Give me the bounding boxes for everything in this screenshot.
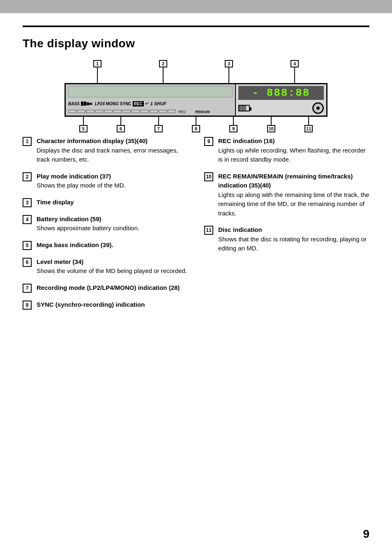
level-seg-11 [159, 110, 167, 113]
callout-num-2: 2 [159, 60, 167, 67]
battery-fill [239, 106, 246, 111]
callout-line-11 [308, 117, 309, 125]
level-seg-4 [95, 110, 104, 113]
desc-item-7: 7 Recording mode (LP2/LP4/MONO) indicati… [23, 283, 188, 293]
desc-text-6: Level meter (34) Shows the volume of the… [37, 257, 187, 276]
desc-body-9: Lights up while recording. When flashing… [218, 147, 366, 163]
desc-body-6: Shows the volume of the MD being played … [37, 267, 187, 274]
desc-text-9: REC indication (16) Lights up while reco… [218, 137, 369, 164]
disc-circle-icon [312, 102, 324, 114]
desc-num-1: 1 [23, 137, 32, 146]
callout-line-5 [83, 117, 84, 125]
desc-title-2: Play mode indication (37) [37, 173, 111, 180]
callout-7-bottom: 7 [154, 117, 163, 132]
desc-body-10: Lights up along with the remaining time … [218, 191, 369, 217]
desc-body-4: Shows approximate battery condition. [37, 224, 139, 231]
callout-num-6: 6 [117, 125, 125, 132]
disc-inner [316, 106, 320, 110]
sync-label: SYNC [120, 102, 131, 106]
battery-disc-row [238, 102, 324, 114]
desc-text-10: REC REMAIN/REMAIN (remaining time/tracks… [218, 172, 369, 218]
callout-line-2 [163, 67, 164, 83]
desc-num-9: 9 [204, 137, 213, 146]
desc-title-4: Battery indication (59) [37, 215, 101, 222]
callout-num-8: 8 [192, 125, 200, 132]
desc-title-6: Level meter (34) [37, 258, 83, 265]
bass-label: BASS [68, 102, 80, 106]
callout-2-top: 2 [159, 60, 167, 83]
callout-8-bottom: 8 [192, 117, 200, 132]
display-diagram: 1 2 3 4 [56, 60, 336, 132]
callout-num-9: 9 [229, 125, 238, 132]
desc-title-9: REC indication (16) [218, 137, 275, 144]
desc-item-1: 1 Character information display (35)(40)… [23, 137, 188, 164]
callout-line-4 [294, 67, 295, 83]
callout-num-10: 10 [267, 125, 275, 132]
desc-num-3: 3 [23, 198, 32, 207]
desc-item-11: 11 Disc indication Shows that the disc i… [204, 225, 369, 253]
arrow-label: ↵ [145, 101, 149, 106]
battery-icon [238, 105, 250, 111]
desc-body-1: Displays the disc and track names, error… [37, 147, 178, 163]
desc-num-5: 5 [23, 241, 32, 250]
display-bottom-row: BASS LP24 MONO SYNC REC ↵ 1 SHUF [68, 101, 233, 106]
description-section: 1 Character information display (35)(40)… [23, 137, 369, 317]
desc-num-4: 4 [23, 215, 32, 224]
desc-text-7: Recording mode (LP2/LP4/MONO) indication… [37, 283, 180, 293]
display-right-section: - 888:88 [236, 84, 326, 116]
level-seg-12 [168, 110, 176, 113]
page-title: The display window [23, 37, 369, 50]
desc-item-8: 8 SYNC (synchro-recording) indication [23, 300, 188, 310]
desc-title-5: Mega bass indication (39). [37, 241, 113, 248]
bass-bars [81, 102, 92, 106]
callout-6-bottom: 6 [117, 117, 125, 132]
top-bar [0, 0, 392, 13]
display-left-section: BASS LP24 MONO SYNC REC ↵ 1 SHUF [66, 84, 236, 116]
callout-line-3 [228, 67, 229, 83]
desc-item-6: 6 Level meter (34) Shows the volume of t… [23, 257, 188, 276]
desc-item-5: 5 Mega bass indication (39). [23, 241, 188, 250]
desc-text-5: Mega bass indication (39). [37, 241, 113, 250]
desc-item-3: 3 Time display [23, 198, 188, 207]
bass-bar-2 [84, 102, 86, 106]
desc-text-8: SYNC (synchro-recording) indication [37, 300, 145, 310]
desc-num-7: 7 [23, 284, 32, 293]
desc-title-10: REC REMAIN/REMAIN (remaining time/tracks… [218, 173, 353, 189]
rec-small: REC [178, 110, 186, 114]
desc-num-11: 11 [204, 226, 213, 235]
level-seg-1 [68, 110, 76, 113]
callout-num-11: 11 [304, 125, 313, 132]
desc-title-8: SYNC (synchro-recording) indication [37, 301, 145, 308]
time-display: - 888:88 [238, 86, 324, 100]
level-seg-8 [131, 110, 140, 113]
desc-num-2: 2 [23, 172, 32, 181]
callout-line-10 [271, 117, 272, 125]
callout-num-7: 7 [154, 125, 163, 132]
callout-line-8 [196, 117, 196, 125]
desc-item-10: 10 REC REMAIN/REMAIN (remaining time/tra… [204, 172, 369, 218]
desc-item-4: 4 Battery indication (59) Shows approxim… [23, 215, 188, 233]
callout-num-3: 3 [225, 60, 233, 67]
callout-4-top: 4 [291, 60, 299, 83]
page-number: 9 [363, 528, 369, 541]
desc-title-3: Time display [37, 199, 74, 206]
callout-num-4: 4 [291, 60, 299, 67]
callout-10-bottom: 10 [267, 117, 275, 132]
rec-button-label: REC [133, 101, 144, 106]
callout-5-bottom: 5 [79, 117, 88, 132]
mono-label: MONO [106, 102, 119, 106]
remain-label: REMAIN [195, 110, 210, 114]
right-description-col: 9 REC indication (16) Lights up while re… [204, 137, 369, 317]
desc-title-1: Character information display (35)(40) [37, 137, 148, 144]
shuf-label: 1 SHUF [150, 101, 166, 106]
desc-item-2: 2 Play mode indication (37) Shows the pl… [23, 172, 188, 190]
desc-text-11: Disc indication Shows that the disc is r… [218, 225, 369, 253]
left-description-col: 1 Character information display (35)(40)… [23, 137, 188, 317]
level-seg-3 [86, 110, 95, 113]
desc-num-10: 10 [204, 172, 213, 181]
desc-title-11: Disc indication [218, 226, 262, 233]
desc-text-1: Character information display (35)(40) D… [37, 137, 188, 164]
bass-bar-1 [81, 102, 83, 106]
desc-text-4: Battery indication (59) Shows approximat… [37, 215, 139, 233]
callout-line-6 [120, 117, 121, 125]
